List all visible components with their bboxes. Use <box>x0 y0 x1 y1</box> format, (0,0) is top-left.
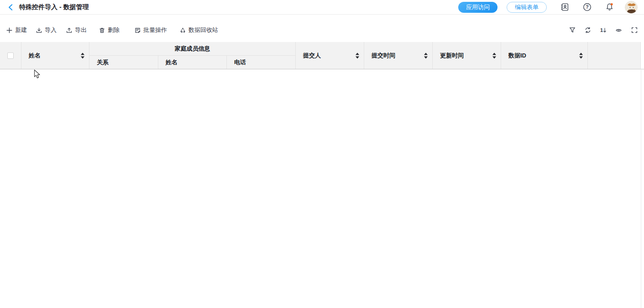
sort-toggle-icon[interactable] <box>492 52 496 58</box>
scrollbar-gutter <box>641 42 644 69</box>
recycle-icon <box>180 27 186 33</box>
bell-icon[interactable] <box>605 3 614 11</box>
sort-toggle-icon[interactable] <box>579 52 583 58</box>
notification-dot <box>611 3 613 5</box>
eye-icon[interactable] <box>615 27 622 33</box>
column-header-relation: 关系 <box>89 56 158 69</box>
top-bar: 特殊控件导入 - 数据管理 应用访问 编辑表单 ? <box>0 0 644 15</box>
recycle-bin-button[interactable]: 数据回收站 <box>180 26 218 34</box>
page-title: 特殊控件导入 - 数据管理 <box>19 3 89 11</box>
refresh-icon[interactable] <box>585 27 591 33</box>
column-header-data-id[interactable]: 数据ID <box>501 42 588 69</box>
sort-numeric-icon[interactable]: 1 <box>600 28 606 33</box>
column-header-submitter[interactable]: 提交人 <box>296 42 364 69</box>
sort-toggle-icon[interactable] <box>81 52 84 58</box>
table-body-empty <box>0 70 641 308</box>
empty-column <box>588 42 641 69</box>
edit-form-button[interactable]: 编辑表单 <box>507 2 547 13</box>
table-view-controls: 1 <box>569 27 638 33</box>
column-header-member-name: 姓名 <box>158 56 227 69</box>
topbar-actions: 应用访问 编辑表单 ? <box>458 1 638 14</box>
sort-toggle-icon[interactable] <box>424 52 428 58</box>
plus-icon <box>6 27 12 33</box>
batch-edit-icon <box>135 27 141 33</box>
data-toolbar: 新建 导入 导出 删除 批量操作 数据回收站 <box>0 15 644 42</box>
select-all-cell <box>0 42 21 69</box>
import-icon <box>36 27 42 33</box>
table-header: 姓名 家庭成员信息 关系 姓名 电话 提交人 提交时间 更新时间 数据ID <box>0 42 644 69</box>
export-icon <box>66 27 72 33</box>
back-button[interactable] <box>6 3 16 12</box>
column-header-submit-time[interactable]: 提交时间 <box>364 42 433 69</box>
trash-icon <box>99 27 105 33</box>
address-book-icon[interactable] <box>560 3 569 11</box>
user-avatar[interactable] <box>625 1 638 14</box>
delete-button[interactable]: 删除 <box>99 26 120 34</box>
new-button[interactable]: 新建 <box>6 26 27 34</box>
filter-icon[interactable] <box>569 27 576 33</box>
column-header-phone: 电话 <box>227 56 295 69</box>
column-header-update-time[interactable]: 更新时间 <box>433 42 501 69</box>
export-button[interactable]: 导出 <box>66 26 87 34</box>
fullscreen-icon[interactable] <box>631 27 638 33</box>
back-chevron-icon <box>7 4 15 11</box>
help-icon[interactable]: ? <box>583 3 592 11</box>
scrollbar-track[interactable] <box>641 70 644 308</box>
sort-toggle-icon[interactable] <box>356 52 359 58</box>
import-button[interactable]: 导入 <box>36 26 57 34</box>
column-group-family-members: 家庭成员信息 关系 姓名 电话 <box>89 42 296 69</box>
column-header-name[interactable]: 姓名 <box>21 42 89 69</box>
help-glyph: ? <box>586 4 588 10</box>
app-access-button[interactable]: 应用访问 <box>458 2 497 13</box>
select-all-checkbox[interactable] <box>7 52 14 59</box>
group-header-label: 家庭成员信息 <box>89 42 295 56</box>
batch-operations-button[interactable]: 批量操作 <box>135 26 167 34</box>
